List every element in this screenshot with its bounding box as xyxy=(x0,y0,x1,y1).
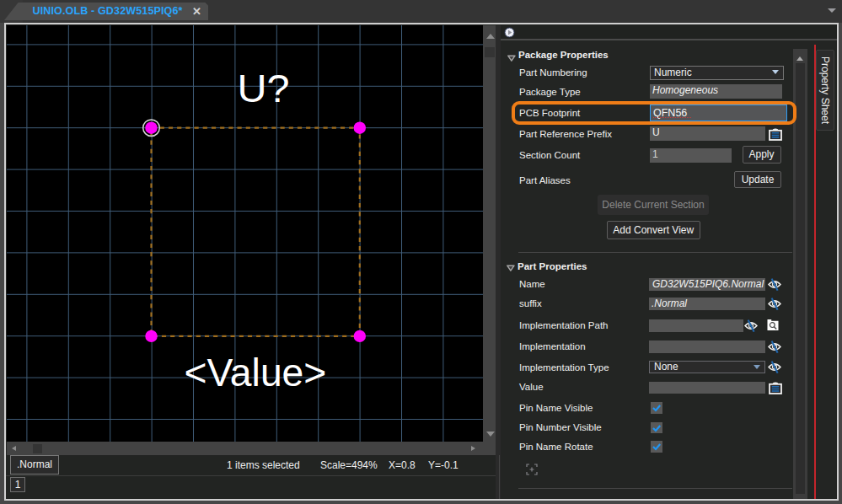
svg-text:U?: U? xyxy=(237,67,289,110)
svg-text:<Value>: <Value> xyxy=(184,350,326,394)
